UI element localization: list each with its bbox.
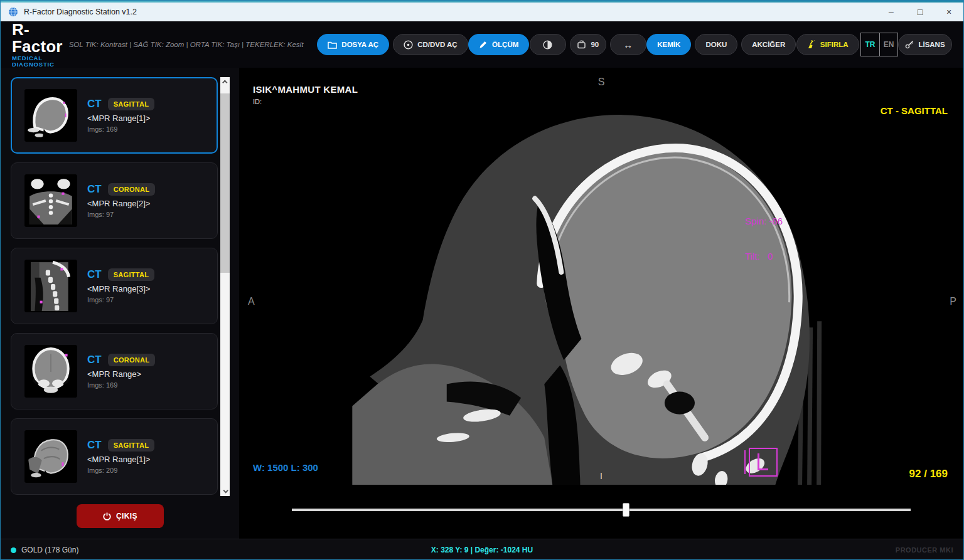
brand-name: R-Factor	[12, 21, 63, 56]
brand-logo: R-Factor MEDICAL DIAGNOSTIC	[12, 21, 63, 68]
language-en-button[interactable]: EN	[879, 33, 897, 56]
series-image-count: Imgs: 169	[87, 125, 154, 133]
flip-horizontal-button[interactable]: ↔	[610, 34, 646, 55]
series-card-3[interactable]: CT SAGITTAL <MPR Range[3]> Imgs: 97	[11, 248, 218, 324]
window-title: R-Factor Diagnostic Station v1.2	[24, 8, 137, 16]
series-modality: CT	[87, 183, 102, 196]
preset-lung-label: AKCİĞER	[752, 41, 785, 48]
series-modality: CT	[87, 439, 102, 452]
reset-button[interactable]: SIFIRLA	[796, 34, 859, 55]
preset-tissue-button[interactable]: DOKU	[695, 34, 737, 55]
preset-lung-button[interactable]: AKCİĞER	[741, 34, 796, 55]
maximize-button[interactable]: □	[906, 3, 935, 21]
brand-tagline: MEDICAL DIAGNOSTIC	[12, 55, 63, 68]
invert-contrast-icon	[543, 40, 552, 50]
thumbnail-coronal-neck	[24, 174, 77, 227]
flip-horizontal-icon: ↔	[623, 40, 633, 50]
thumbnail-coronal-head	[24, 345, 77, 398]
preset-bone-label: KEMİK	[657, 41, 680, 48]
mouse-hint-text: SOL TIK: Kontrast | SAĞ TIK: Zoom | ORTA…	[69, 41, 304, 48]
license-button[interactable]: LİSANS	[898, 34, 952, 55]
series-card-4[interactable]: CT CORONAL <MPR Range> Imgs: 169	[11, 333, 218, 409]
pencil-icon	[479, 40, 488, 49]
rotate-90-button[interactable]: 90	[570, 34, 606, 55]
series-range: <MPR Range[3]>	[87, 284, 154, 293]
orientation-marker-posterior: P	[950, 296, 956, 307]
series-plane-badge: SAGITTAL	[108, 268, 155, 281]
series-modality: CT	[87, 354, 102, 366]
exit-label: ÇIKIŞ	[116, 512, 137, 520]
orientation-marker-anterior: A	[248, 296, 255, 307]
localizer-l-glyph	[758, 453, 768, 470]
localizer-box	[749, 448, 778, 477]
series-image-count: Imgs: 209	[87, 467, 154, 474]
series-image-count: Imgs: 97	[87, 296, 154, 304]
broom-icon	[807, 40, 816, 49]
series-description-label: CT - SAGITTAL	[881, 105, 948, 116]
license-label: LİSANS	[918, 41, 945, 48]
patient-id: ID:	[253, 98, 262, 105]
toolbar: R-Factor MEDICAL DIAGNOSTIC SOL TIK: Kon…	[1, 21, 963, 68]
slice-counter: 92 / 169	[909, 468, 948, 480]
spin-value: Spin: -86	[745, 216, 783, 228]
series-plane-badge: CORONAL	[108, 354, 156, 366]
series-modality: CT	[87, 98, 102, 110]
open-cd-button[interactable]: CD/DVD AÇ	[393, 34, 468, 55]
ct-viewport[interactable]: ISIK^MAHMUT KEMAL ID: S A P I CT - SAGIT…	[239, 68, 963, 539]
folder-icon	[328, 41, 337, 49]
key-icon	[905, 40, 914, 49]
series-range: <MPR Range[1]>	[87, 114, 154, 123]
measure-label: ÖLÇÜM	[492, 41, 518, 48]
invert-button[interactable]	[530, 34, 566, 55]
series-plane-badge: CORONAL	[108, 183, 156, 196]
series-plane-badge: SAGITTAL	[108, 98, 155, 110]
rotate-screen-icon	[577, 40, 586, 49]
status-bar: GOLD (178 Gün) X: 328 Y: 9 | Değer: -102…	[1, 539, 963, 560]
series-image-count: Imgs: 97	[87, 211, 155, 218]
language-toggle: TR EN	[860, 33, 898, 56]
series-card-2[interactable]: CT CORONAL <MPR Range[2]> Imgs: 97	[11, 162, 218, 239]
language-tr-button[interactable]: TR	[861, 33, 879, 56]
open-file-button[interactable]: DOSYA AÇ	[317, 34, 389, 55]
exit-button[interactable]: ÇIKIŞ	[77, 504, 164, 528]
orientation-marker-inferior: I	[239, 471, 963, 481]
app-globe-icon	[8, 7, 18, 17]
cursor-value-readout: X: 328 Y: 9 | Değer: -1024 HU	[1, 546, 963, 554]
orientation-marker-superior: S	[239, 77, 963, 88]
scroll-down-arrow[interactable]	[220, 486, 230, 496]
power-icon	[103, 512, 111, 520]
reset-label: SIFIRLA	[820, 41, 849, 48]
thumbnail-sagittal-head-bone	[24, 89, 77, 142]
slice-slider[interactable]	[292, 509, 911, 511]
close-button[interactable]: ×	[935, 3, 963, 21]
sidebar-scrollbar[interactable]	[220, 77, 230, 496]
series-range: <MPR Range[2]>	[87, 199, 155, 208]
title-bar: R-Factor Diagnostic Station v1.2 – □ ×	[1, 3, 963, 21]
series-range: <MPR Range>	[87, 369, 155, 379]
series-modality: CT	[87, 268, 102, 281]
ct-image-sagittal-skull	[352, 88, 829, 485]
thumbnail-sagittal-head-soft	[24, 430, 77, 483]
tilt-value: Tilt: 0	[745, 251, 783, 263]
series-sidebar: CT SAGITTAL <MPR Range[1]> Imgs: 169 CT …	[1, 68, 239, 539]
series-card-1[interactable]: CT SAGITTAL <MPR Range[1]> Imgs: 169	[11, 77, 218, 154]
slice-slider-thumb[interactable]	[623, 503, 629, 517]
rotate-90-label: 90	[591, 41, 599, 48]
series-image-count: Imgs: 169	[87, 381, 155, 389]
scroll-up-arrow[interactable]	[220, 77, 230, 87]
window-level-label: W: 1500 L: 300	[253, 462, 318, 473]
preset-tissue-label: DOKU	[705, 41, 727, 48]
scrollbar-thumb[interactable]	[220, 93, 230, 273]
disc-icon	[404, 40, 413, 50]
series-range: <MPR Range[1]>	[87, 455, 154, 464]
spin-tilt-overlay: Spin: -86 Tilt: 0	[745, 192, 783, 286]
minimize-button[interactable]: –	[877, 3, 906, 21]
app-window: R-Factor Diagnostic Station v1.2 – □ × R…	[0, 0, 964, 560]
thumbnail-sagittal-spine	[24, 260, 77, 312]
preset-bone-button[interactable]: KEMİK	[646, 34, 691, 55]
measure-button[interactable]: ÖLÇÜM	[468, 34, 529, 55]
series-plane-badge: SAGITTAL	[108, 439, 155, 452]
open-cd-label: CD/DVD AÇ	[417, 41, 457, 48]
series-card-5[interactable]: CT SAGITTAL <MPR Range[1]> Imgs: 209	[11, 418, 218, 495]
open-file-label: DOSYA AÇ	[341, 41, 378, 48]
